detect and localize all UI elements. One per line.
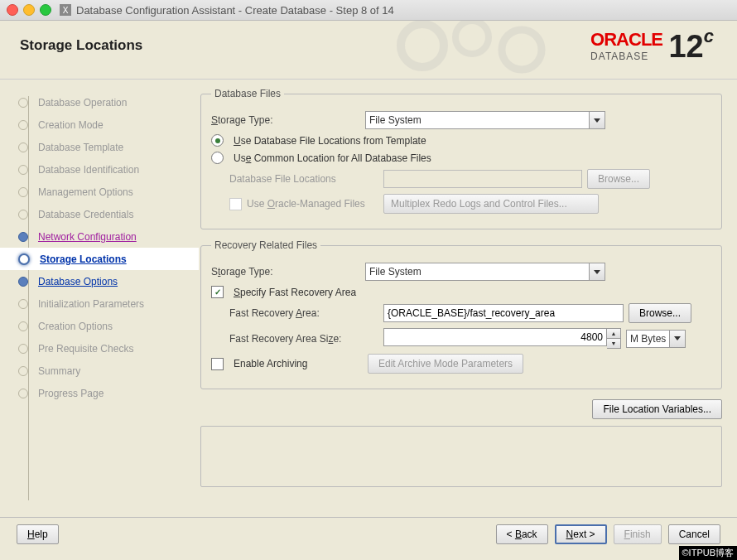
header: Storage Locations ORACLE DATABASE 12c xyxy=(0,21,737,80)
fra-size-input[interactable] xyxy=(383,328,607,346)
radio-use-common[interactable] xyxy=(211,152,224,164)
checkbox-enable-archiving[interactable] xyxy=(211,358,224,370)
edit-archive-mode-button: Edit Archive Mode Parameters xyxy=(368,354,523,374)
recovery-files-legend: Recovery Related Files xyxy=(211,239,320,251)
svg-point-1 xyxy=(416,39,429,52)
svg-point-5 xyxy=(516,44,527,56)
chevron-down-icon xyxy=(589,263,605,280)
step-network-configuration[interactable]: Network Configuration xyxy=(18,225,181,248)
specify-fra-label: Specify Fast Recovery Area xyxy=(234,287,356,298)
fra-size-unit-select[interactable]: M Bytes xyxy=(626,330,686,348)
app-window: X Database Configuration Assistant - Cre… xyxy=(0,0,737,560)
version-badge: 12c xyxy=(668,26,714,65)
checkbox-specify-fra[interactable] xyxy=(211,286,224,298)
svg-point-3 xyxy=(467,32,477,42)
footer: Help < Back Next > Finish Cancel xyxy=(0,517,737,551)
decorative-gears xyxy=(389,21,571,80)
radio-use-template-label: Use Database File Locations from Templat… xyxy=(234,135,426,147)
omf-label: Use Oracle-Managed Files xyxy=(247,198,365,210)
step-database-credentials[interactable]: Database Credentials xyxy=(18,203,181,225)
browse-db-files-button: Browse... xyxy=(587,169,650,189)
step-database-template[interactable]: Database Template xyxy=(18,136,181,158)
browse-fra-button[interactable]: Browse... xyxy=(629,303,691,323)
fra-input[interactable] xyxy=(383,304,624,322)
zoom-icon[interactable] xyxy=(40,4,51,16)
enable-archiving-label: Enable Archiving xyxy=(234,358,363,369)
fra-label: Fast Recovery Area: xyxy=(211,307,378,319)
step-initialization-parameters: Initialization Parameters xyxy=(18,292,181,315)
storage-type-select[interactable]: File System xyxy=(365,111,605,129)
step-database-options[interactable]: Database Options xyxy=(18,270,181,292)
wizard-sidebar: Database Operation Creation Mode Databas… xyxy=(0,80,181,517)
db-file-locations-label: Database File Locations xyxy=(211,173,378,185)
checkbox-omf xyxy=(229,198,242,210)
main-content: Database Files Storage Type: File System… xyxy=(181,80,737,517)
step-summary: Summary xyxy=(18,360,181,382)
oracle-logo: ORACLE DATABASE xyxy=(590,29,662,62)
recovery-storage-type-label: Storage Type: xyxy=(211,266,360,278)
recovery-files-group: Recovery Related Files Storage Type: Fil… xyxy=(200,239,722,389)
minimize-icon[interactable] xyxy=(23,4,35,16)
app-icon: X xyxy=(60,4,71,16)
step-database-operation[interactable]: Database Operation xyxy=(18,91,181,113)
next-button[interactable]: Next > xyxy=(555,524,607,544)
step-storage-locations[interactable]: Storage Locations xyxy=(0,248,199,270)
step-creation-options: Creation Options xyxy=(18,315,181,337)
recovery-storage-type-select[interactable]: File System xyxy=(365,263,605,281)
database-files-group: Database Files Storage Type: File System… xyxy=(200,88,722,229)
file-location-variables-button[interactable]: File Location Variables... xyxy=(592,399,722,419)
finish-button: Finish xyxy=(614,524,662,544)
step-progress-page: Progress Page xyxy=(18,382,181,404)
back-button[interactable]: < Back xyxy=(496,524,548,544)
radio-use-common-label: Use Common Location for All Database Fil… xyxy=(234,152,431,164)
chevron-down-icon xyxy=(669,331,685,347)
chevron-down-icon xyxy=(589,112,605,128)
step-management-options[interactable]: Management Options xyxy=(18,181,181,203)
step-creation-mode[interactable]: Creation Mode xyxy=(18,113,181,136)
db-file-locations-input xyxy=(383,170,582,188)
fra-size-spinner[interactable]: ▲▼ xyxy=(607,328,621,349)
watermark: ©ITPUB博客 xyxy=(679,546,738,560)
database-files-legend: Database Files xyxy=(211,88,284,99)
cancel-button[interactable]: Cancel xyxy=(668,524,720,544)
help-button[interactable]: Help xyxy=(17,524,59,544)
multiplex-button: Multiplex Redo Logs and Control Files... xyxy=(383,194,599,214)
storage-type-label: Storage Type: xyxy=(211,114,360,126)
step-database-identification[interactable]: Database Identification xyxy=(18,158,181,181)
window-title: Database Configuration Assistant - Creat… xyxy=(76,4,394,17)
fra-size-label: Fast Recovery Area Size: xyxy=(211,333,378,345)
step-prerequisite-checks: Pre Requisite Checks xyxy=(18,337,181,360)
radio-use-template[interactable] xyxy=(211,134,224,147)
close-icon[interactable] xyxy=(7,4,18,16)
titlebar: X Database Configuration Assistant - Cre… xyxy=(0,0,737,21)
message-panel xyxy=(200,426,722,487)
